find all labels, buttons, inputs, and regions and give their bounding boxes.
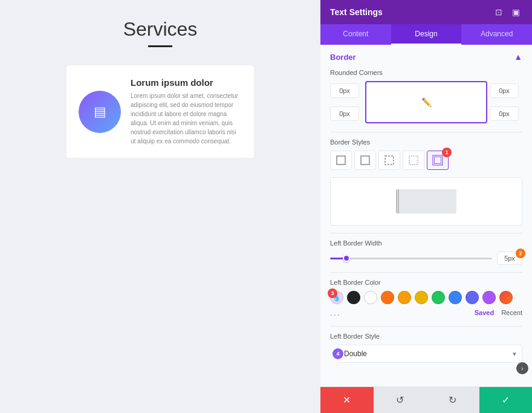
badge-4: 4 xyxy=(332,348,343,359)
corner-br-input[interactable] xyxy=(490,106,519,121)
border-preview-inner xyxy=(396,189,456,213)
tabs-bar: Content Design Advanced xyxy=(320,24,532,45)
color-green[interactable] xyxy=(432,291,445,304)
cancel-button[interactable]: ✕ xyxy=(320,387,374,413)
panel-body: Border ▲ Rounded Corners ✏️ xyxy=(320,45,532,386)
border-style-dotted[interactable] xyxy=(403,151,424,170)
svg-rect-5 xyxy=(435,157,441,164)
border-style-dropdown-row: 4 None Solid Dashed Dotted Double Groove… xyxy=(337,345,522,363)
corner-visual: ✏️ xyxy=(365,81,487,123)
border-styles-row: 1 xyxy=(330,151,522,170)
eyedropper-swatch[interactable]: 💧 3 xyxy=(330,291,343,304)
divider4 xyxy=(330,326,522,327)
scroll-arrow: › xyxy=(516,362,528,374)
color-tab-saved[interactable]: Saved xyxy=(475,309,494,316)
left-border-color-label: Left Border Color xyxy=(330,279,522,286)
service-card: ▤ Lorum ipsum dolor Lorem ipsum dolor si… xyxy=(66,65,254,158)
border-section: Border ▲ Rounded Corners ✏️ xyxy=(320,45,532,377)
tab-design[interactable]: Design xyxy=(391,24,462,45)
border-style-none[interactable] xyxy=(330,151,352,170)
svg-rect-3 xyxy=(409,156,418,164)
collapse-icon[interactable]: ▲ xyxy=(514,52,522,62)
left-border-style-label: Left Border Style xyxy=(330,333,522,340)
corner-tl-input[interactable] xyxy=(330,83,359,98)
slider-value: 5px xyxy=(504,255,515,262)
avatar-icon: ▤ xyxy=(94,104,106,120)
edit-icon: ✏️ xyxy=(421,97,432,107)
color-yellow[interactable] xyxy=(415,291,428,304)
color-amber[interactable] xyxy=(398,291,411,304)
color-row: 💧 3 xyxy=(330,291,522,304)
page-title: Services xyxy=(123,18,198,41)
svg-rect-1 xyxy=(361,156,369,164)
tab-advanced[interactable]: Advanced xyxy=(461,24,532,45)
color-tab-recent[interactable]: Recent xyxy=(501,309,522,316)
card-content: Lorum ipsum dolor Lorem ipsum dolor sit … xyxy=(131,77,242,146)
badge-3: 3 xyxy=(328,288,337,298)
border-style-dashed[interactable] xyxy=(378,151,400,170)
slider-value-box: 5px 2 xyxy=(497,252,522,265)
right-panel: Text Settings ⊡ ▣ Content Design Advance… xyxy=(320,0,532,413)
card-body: Lorem ipsum dolor sit amet, consectetur … xyxy=(131,91,242,146)
color-white[interactable] xyxy=(364,291,377,304)
divider xyxy=(330,132,522,132)
color-black[interactable] xyxy=(347,291,360,304)
more-colors-button[interactable]: ... xyxy=(330,308,341,317)
slider-track[interactable] xyxy=(330,258,492,259)
color-blue[interactable] xyxy=(449,291,462,304)
border-style-solid[interactable] xyxy=(354,151,376,170)
rounded-corners-label: Rounded Corners xyxy=(330,69,522,76)
color-purple[interactable] xyxy=(482,291,496,304)
svg-rect-2 xyxy=(385,156,394,164)
left-border-width-label: Left Border Width xyxy=(330,239,522,247)
corner-bl-input[interactable] xyxy=(330,106,359,121)
layout-icon[interactable]: ▣ xyxy=(510,6,522,18)
border-style-double[interactable]: 1 xyxy=(427,151,449,170)
slider-thumb[interactable] xyxy=(343,255,350,262)
expand-icon[interactable]: ⊡ xyxy=(493,6,505,18)
reset-button[interactable]: ↺ xyxy=(374,387,427,413)
redo-button[interactable]: ↻ xyxy=(426,387,479,413)
badge-2: 2 xyxy=(516,249,525,258)
tab-content[interactable]: Content xyxy=(320,24,391,45)
divider2 xyxy=(330,233,522,233)
svg-rect-0 xyxy=(337,156,345,164)
color-indigo[interactable] xyxy=(465,291,479,304)
panel-footer: ✕ ↺ ↻ ✓ xyxy=(320,386,532,413)
border-styles-label: Border Styles xyxy=(330,138,522,146)
panel-title: Text Settings xyxy=(330,7,383,17)
divider3 xyxy=(330,272,522,273)
border-style-select[interactable]: None Solid Dashed Dotted Double Groove R… xyxy=(337,345,522,363)
card-heading: Lorum ipsum dolor xyxy=(131,77,242,88)
color-gradient[interactable] xyxy=(499,291,513,304)
avatar: ▤ xyxy=(79,91,121,133)
panel-header: Text Settings ⊡ ▣ xyxy=(320,0,532,24)
confirm-button[interactable]: ✓ xyxy=(479,387,533,413)
corner-tr-input[interactable] xyxy=(490,83,519,98)
title-underline xyxy=(148,45,172,47)
badge-1: 1 xyxy=(442,148,452,157)
color-orange[interactable] xyxy=(381,291,394,304)
section-header: Border ▲ xyxy=(330,52,522,62)
slider-row: 5px 2 xyxy=(330,252,522,265)
section-title: Border xyxy=(330,53,356,62)
left-panel: Services ▤ Lorum ipsum dolor Lorem ipsum… xyxy=(0,0,320,413)
header-icons: ⊡ ▣ xyxy=(493,6,522,18)
border-preview xyxy=(330,177,522,226)
